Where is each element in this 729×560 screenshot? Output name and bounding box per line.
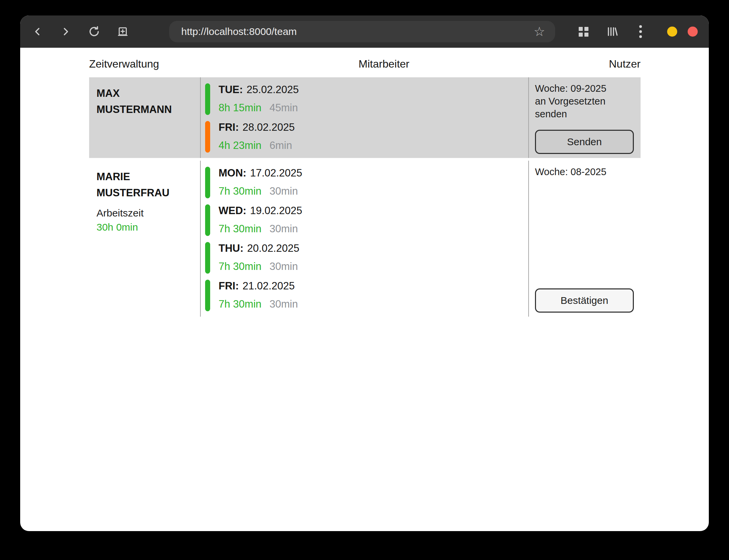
day-time-line: 8h 15min45min — [219, 102, 299, 114]
nav-item-nutzer[interactable]: Nutzer — [609, 58, 641, 70]
back-button[interactable] — [30, 24, 45, 39]
grid-icon — [579, 27, 588, 37]
senden-button[interactable]: Senden — [535, 130, 634, 154]
menu-button[interactable] — [633, 24, 648, 39]
worktime-label: Arbeitszeit — [97, 206, 194, 220]
status-bar-green — [205, 242, 210, 274]
status-bar-green — [205, 280, 210, 311]
day-time-line: 7h 30min30min — [219, 185, 302, 197]
employee-name: MAX MUSTERMANN — [97, 85, 194, 118]
day-entry-text: FRI:28.02.2025 4h 23min6min — [219, 121, 295, 153]
day-label: MON: — [219, 167, 246, 179]
main-nav: Zeitverwaltung Mitarbeiter Nutzer — [89, 56, 641, 71]
day-date-line: MON:17.02.2025 — [219, 167, 302, 179]
day-date-line: FRI:21.02.2025 — [219, 280, 298, 292]
day-date: 25.02.2025 — [246, 84, 299, 95]
day-time-line: 7h 30min30min — [219, 223, 302, 235]
day-entry-text: MON:17.02.2025 7h 30min30min — [219, 167, 302, 198]
back-icon — [32, 26, 43, 37]
close-window-button[interactable] — [688, 27, 698, 37]
day-date-line: THU:20.02.2025 — [219, 242, 299, 254]
week-note-line: Woche: 08-2025 — [535, 165, 634, 178]
bookmark-star-icon[interactable]: ☆ — [534, 25, 545, 38]
day-entry-text: FRI:21.02.2025 7h 30min30min — [219, 280, 298, 311]
week-column: Woche: 08-2025 Bestätigen — [529, 161, 640, 317]
day-date: 28.02.2025 — [242, 121, 295, 133]
day-time-line: 7h 30min30min — [219, 298, 298, 310]
employee-card-marie-musterfrau: MARIE MUSTERFRAU Arbeitszeit 30h 0min MO… — [89, 161, 641, 317]
day-entries-column: TUE:25.02.2025 8h 15min45min FRI:28.02.2… — [200, 77, 529, 158]
kebab-menu-icon — [639, 25, 642, 38]
page-content: Zeitverwaltung Mitarbeiter Nutzer MAX MU… — [20, 48, 709, 317]
forward-icon — [60, 26, 71, 37]
day-date: 19.02.2025 — [250, 205, 302, 216]
day-entry-text: THU:20.02.2025 7h 30min30min — [219, 242, 299, 274]
bestaetigen-button[interactable]: Bestätigen — [535, 288, 634, 313]
status-bar-green — [205, 204, 210, 236]
pause-time: 30min — [270, 185, 298, 197]
day-entry: THU:20.02.2025 7h 30min30min — [205, 242, 528, 274]
forward-button[interactable] — [58, 24, 73, 39]
employee-card-max-mustermann: MAX MUSTERMANN TUE:25.02.2025 8h 15min45… — [89, 77, 641, 158]
day-date-line: FRI:28.02.2025 — [219, 121, 295, 133]
browser-window: http://localhost:8000/team ☆ Zeitverwalt… — [20, 15, 709, 531]
pause-time: 30min — [270, 223, 298, 235]
worked-time: 7h 30min — [219, 298, 262, 310]
worked-time: 7h 30min — [219, 185, 262, 197]
url-text[interactable]: http://localhost:8000/team — [169, 26, 534, 37]
new-tab-button[interactable] — [115, 24, 130, 39]
day-label: WED: — [219, 205, 246, 216]
status-bar-green — [205, 83, 210, 115]
day-date-line: WED:19.02.2025 — [219, 205, 302, 217]
reload-icon — [88, 25, 101, 38]
day-entry: FRI:28.02.2025 4h 23min6min — [205, 121, 528, 153]
day-date: 20.02.2025 — [247, 242, 299, 254]
day-date: 21.02.2025 — [242, 280, 295, 292]
day-entry: TUE:25.02.2025 8h 15min45min — [205, 83, 528, 115]
worked-time: 4h 23min — [219, 139, 262, 151]
pause-time: 30min — [270, 261, 298, 272]
employee-name-line: MARIE — [97, 169, 194, 185]
day-date: 17.02.2025 — [250, 167, 302, 179]
reload-button[interactable] — [87, 24, 102, 39]
employee-name-column: MAX MUSTERMANN — [89, 77, 200, 158]
worktime-value: 30h 0min — [97, 220, 194, 235]
worked-time: 7h 30min — [219, 261, 262, 272]
day-time-line: 4h 23min6min — [219, 139, 295, 152]
employee-name-line: MUSTERFRAU — [97, 185, 194, 201]
week-note-line: senden — [535, 108, 634, 120]
app-grid-button[interactable] — [576, 24, 591, 39]
week-column: Woche: 09-2025 an Vorgesetzten senden Se… — [529, 77, 640, 158]
nav-item-zeitverwaltung[interactable]: Zeitverwaltung — [89, 58, 159, 70]
day-label: TUE: — [219, 84, 243, 95]
day-entry: WED:19.02.2025 7h 30min30min — [205, 204, 528, 236]
pause-time: 6min — [270, 139, 292, 151]
employee-name-line: MAX — [97, 85, 194, 102]
day-entry-text: TUE:25.02.2025 8h 15min45min — [219, 83, 299, 115]
employee-name-line: MUSTERMANN — [97, 102, 194, 118]
pause-time: 30min — [270, 298, 298, 310]
day-label: FRI: — [219, 280, 239, 292]
day-time-line: 7h 30min30min — [219, 261, 299, 273]
status-bar-green — [205, 167, 210, 198]
library-button[interactable] — [605, 24, 619, 39]
week-note-line: Woche: 09-2025 — [535, 82, 634, 95]
worked-time: 8h 15min — [219, 102, 262, 114]
day-entry-text: WED:19.02.2025 7h 30min30min — [219, 204, 302, 236]
employee-name-column: MARIE MUSTERFRAU Arbeitszeit 30h 0min — [89, 161, 200, 317]
day-label: THU: — [219, 242, 243, 254]
library-icon — [606, 26, 618, 38]
new-tab-icon — [117, 26, 129, 38]
minimize-window-button[interactable] — [667, 27, 677, 37]
employee-name: MARIE MUSTERFRAU — [97, 169, 194, 201]
day-entry: FRI:21.02.2025 7h 30min30min — [205, 280, 528, 311]
url-bar[interactable]: http://localhost:8000/team ☆ — [169, 21, 555, 42]
pause-time: 45min — [270, 102, 298, 114]
status-bar-orange — [205, 121, 210, 153]
nav-item-mitarbeiter[interactable]: Mitarbeiter — [358, 58, 409, 70]
browser-toolbar: http://localhost:8000/team ☆ — [20, 15, 709, 48]
worked-time: 7h 30min — [219, 223, 262, 235]
week-note-line: an Vorgesetzten — [535, 95, 634, 108]
day-entries-column: MON:17.02.2025 7h 30min30min WED:19.02.2… — [200, 161, 529, 317]
day-label: FRI: — [219, 121, 239, 133]
